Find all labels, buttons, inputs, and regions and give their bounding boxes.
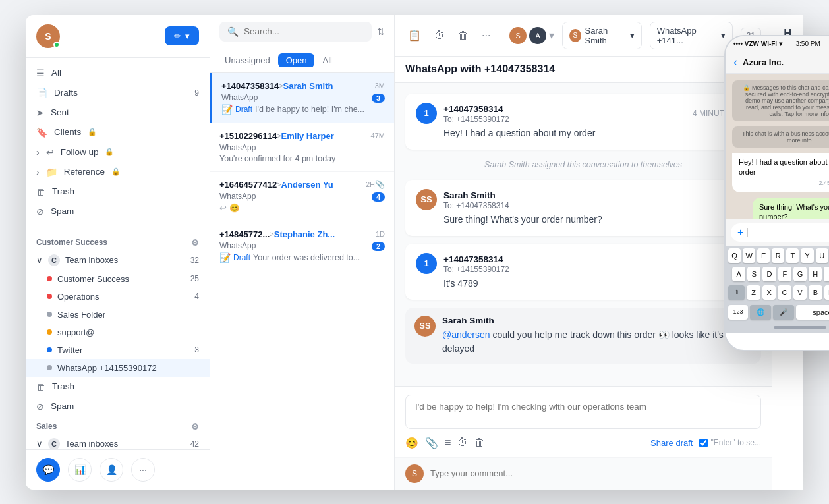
sidebar-item-all-label: All xyxy=(51,68,61,78)
delete-icon[interactable]: 🗑 xyxy=(474,437,485,449)
inbox-item-twitter[interactable]: Twitter 3 xyxy=(26,341,210,359)
emoji-icon[interactable]: 😊 xyxy=(405,437,418,449)
footer-more-btn[interactable]: ··· xyxy=(131,458,155,482)
assign-dropdown[interactable]: S Sarah Smith ▾ xyxy=(562,22,641,49)
search-input[interactable] xyxy=(244,26,364,36)
team-inboxes-item[interactable]: ∨ C Team inboxes 32 xyxy=(26,250,210,270)
phone-plus-icon[interactable]: + xyxy=(737,227,743,238)
sidebar-item-followup[interactable]: › ↩ Follow up 🔒 xyxy=(26,142,210,162)
conversation-item-1[interactable]: +14047358314 > Sarah Smith 3M WhatsApp 3… xyxy=(210,73,394,123)
key-s[interactable]: S xyxy=(747,267,760,281)
sidebar-item-trash[interactable]: 🗑 Trash xyxy=(26,182,210,202)
agents-dropdown-icon[interactable]: ▾ xyxy=(549,29,554,42)
key-b[interactable]: B xyxy=(809,285,822,300)
tab-open[interactable]: Open xyxy=(278,53,315,67)
section-spam-icon: ⊘ xyxy=(36,401,44,412)
key-e[interactable]: E xyxy=(757,248,770,263)
key-n[interactable]: N xyxy=(824,285,829,300)
msg-avatar-3: SS xyxy=(416,189,437,210)
search-bar[interactable]: 🔍 xyxy=(219,22,372,42)
enter-checkbox[interactable] xyxy=(699,439,708,447)
sales-team-inboxes-count: 42 xyxy=(190,439,199,449)
sidebar-item-clients[interactable]: 🔖 Clients 🔒 xyxy=(26,123,210,142)
attachment-icon: 📎 xyxy=(375,180,385,189)
key-space[interactable]: space xyxy=(796,305,829,320)
conversation-item-2[interactable]: +15102296114 > Emily Harper 47M WhatsApp… xyxy=(210,123,394,172)
key-x[interactable]: X xyxy=(762,285,776,300)
header-left: 📋 ⏱ 🗑 ··· S A ▾ S Sarah Smith ▾ WhatsApp… xyxy=(405,22,733,49)
inbox-item-sales-folder[interactable]: Sales Folder xyxy=(26,306,210,323)
sidebar-item-all[interactable]: ☰ All xyxy=(26,63,210,83)
key-d[interactable]: D xyxy=(762,267,776,281)
sidebar-item-spam[interactable]: ⊘ Spam xyxy=(26,202,210,221)
comment-input[interactable] xyxy=(430,468,761,478)
footer-contacts-btn[interactable]: 👤 xyxy=(100,458,123,482)
key-shift[interactable]: ⇧ xyxy=(728,285,745,300)
key-numbers[interactable]: 123 xyxy=(728,305,748,320)
phone-back-icon[interactable]: ‹ xyxy=(733,55,737,69)
archive-button[interactable]: 📋 xyxy=(405,26,424,44)
twitter-dot xyxy=(47,347,52,352)
msg-sender-5: Sarah Smith xyxy=(442,316,752,325)
conv-channel-1: WhatsApp xyxy=(221,93,258,102)
compose-button[interactable]: ✏ ▾ xyxy=(165,26,199,45)
inbox-item-operations[interactable]: Operations 4 xyxy=(26,288,210,306)
delete-button[interactable]: 🗑 xyxy=(455,27,471,44)
key-u[interactable]: U xyxy=(816,248,828,263)
user-avatar: S xyxy=(36,24,60,48)
key-v[interactable]: V xyxy=(793,285,807,300)
footer-analytics-btn[interactable]: 📊 xyxy=(68,458,92,482)
message-3: SS Sarah Smith To: +14047358314 Sure thi… xyxy=(405,180,761,236)
tab-all[interactable]: All xyxy=(317,53,337,67)
key-z[interactable]: Z xyxy=(747,285,760,300)
inbox-item-whatsapp[interactable]: WhatsApp +14155390172 xyxy=(26,359,210,377)
key-c[interactable]: C xyxy=(778,285,791,300)
sales-team-inboxes-item[interactable]: ∨ C Team inboxes 42 xyxy=(26,434,210,449)
conv-badge-4: 2 xyxy=(372,242,385,251)
more-button[interactable]: ··· xyxy=(479,27,493,44)
key-y[interactable]: Y xyxy=(801,248,813,263)
template-icon[interactable]: ≡ xyxy=(445,437,451,449)
phone-msg-2-text: Sure thing! What's your order number? xyxy=(759,202,829,219)
section-trash[interactable]: 🗑 Trash xyxy=(26,377,210,397)
customer-success-gear-icon[interactable]: ⚙ xyxy=(191,238,199,248)
conversation-item-4[interactable]: +14845772... > Stephanie Zh... 1D WhatsA… xyxy=(210,221,394,271)
key-mic[interactable]: 🎤 xyxy=(773,305,794,320)
tab-unassigned[interactable]: Unassigned xyxy=(219,53,275,67)
inbox-whatsapp-label: WhatsApp +14155390172 xyxy=(57,363,157,373)
inbox-item-support[interactable]: support@ xyxy=(26,323,210,341)
comment-avatar: S xyxy=(405,464,424,483)
key-a[interactable]: A xyxy=(732,267,745,281)
section-spam[interactable]: ⊘ Spam xyxy=(26,397,210,416)
key-r[interactable]: R xyxy=(772,248,784,263)
reply-input[interactable] xyxy=(405,395,761,429)
sidebar-item-reference[interactable]: › 📁 Reference 🔒 xyxy=(26,162,210,182)
sidebar-item-drafts[interactable]: 📄 Drafts 9 xyxy=(26,83,210,103)
message-1-row: 1 +14047358314 To: +14155390172 4 MINUTE… xyxy=(416,103,751,140)
footer-chat-btn[interactable]: 💬 xyxy=(36,458,60,482)
key-j[interactable]: J xyxy=(824,267,829,281)
timer-icon[interactable]: ⏱ xyxy=(457,437,468,449)
key-f[interactable]: F xyxy=(778,267,791,281)
key-g[interactable]: G xyxy=(793,267,807,281)
keyboard-row-3: ⇧ Z X C V B N M ⌫ xyxy=(726,283,829,302)
conv-time-3: 2H xyxy=(366,181,375,188)
inbox-dropdown[interactable]: WhatsApp +141... ▾ xyxy=(650,22,733,49)
share-draft-button[interactable]: Share draft xyxy=(650,438,693,448)
sort-icon[interactable]: ⇅ xyxy=(377,26,385,37)
conv-preview-text-4: Your order was delivered to... xyxy=(253,253,360,262)
sidebar-item-sent[interactable]: ➤ Sent xyxy=(26,103,210,123)
conversation-item-3[interactable]: +16464577412 > Andersen Yu 2H 📎 WhatsApp… xyxy=(210,172,394,221)
key-h[interactable]: H xyxy=(809,267,822,281)
sales-gear-icon[interactable]: ⚙ xyxy=(191,422,199,432)
inbox-item-customer-success[interactable]: Customer Success 25 xyxy=(26,270,210,288)
key-t[interactable]: T xyxy=(786,248,799,263)
conv-phone-3: +16464577412 xyxy=(219,180,277,190)
key-globe[interactable]: 🌐 xyxy=(750,305,771,320)
phone-message-input[interactable] xyxy=(747,228,829,237)
attachment-icon[interactable]: 📎 xyxy=(425,437,438,449)
key-w[interactable]: W xyxy=(743,248,755,263)
key-q[interactable]: Q xyxy=(728,248,741,263)
conv-phone-4: +14845772... xyxy=(219,229,270,239)
snooze-button[interactable]: ⏱ xyxy=(432,27,447,44)
